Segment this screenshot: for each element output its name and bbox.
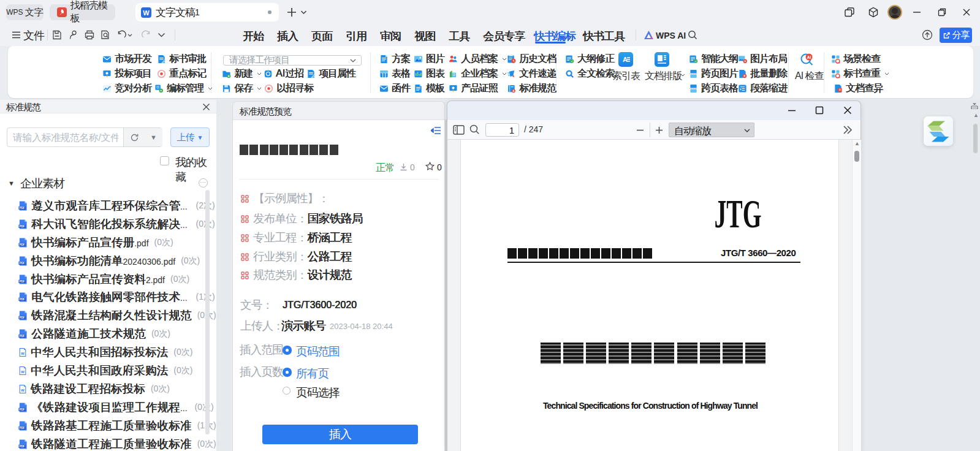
svg-text:A: A (623, 56, 628, 63)
svg-text:AI: AI (807, 55, 811, 59)
svg-text:W: W (143, 9, 150, 17)
